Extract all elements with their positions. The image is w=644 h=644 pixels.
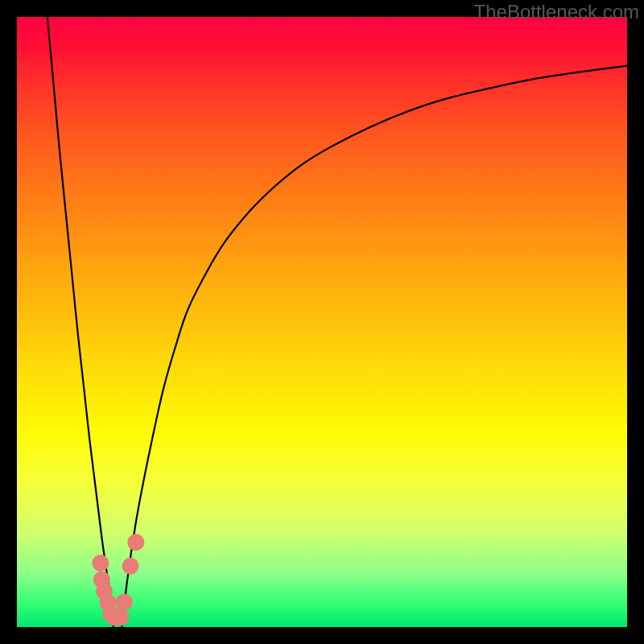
chart-svg	[17, 17, 627, 627]
curve-left-branch	[47, 17, 114, 627]
data-marker	[116, 593, 133, 610]
watermark-text: TheBottleneck.com	[474, 1, 639, 23]
data-marker	[112, 609, 129, 625]
data-marker	[122, 558, 138, 575]
data-marker	[127, 534, 144, 551]
chart-stage: TheBottleneck.com	[0, 0, 644, 644]
chart-plot-area	[17, 17, 627, 627]
marker-layer	[92, 534, 144, 625]
data-marker	[92, 555, 109, 572]
curve-right-branch	[122, 66, 627, 627]
